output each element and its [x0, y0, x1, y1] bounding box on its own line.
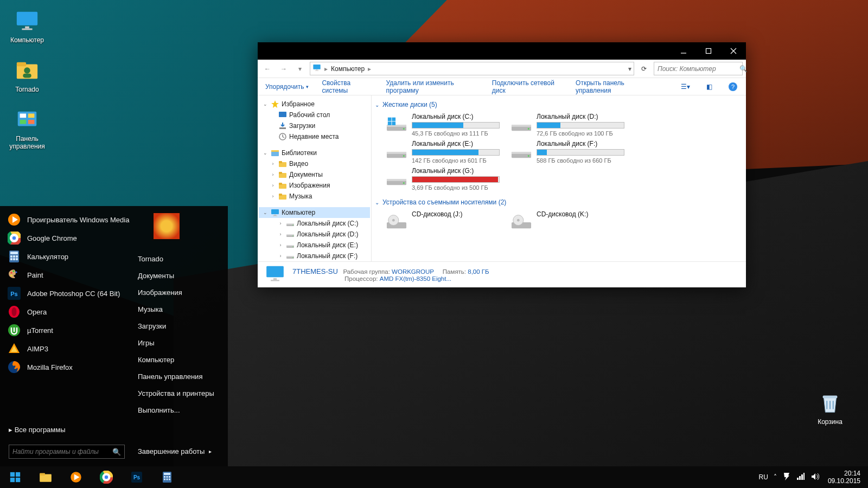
toolbar-sysprops[interactable]: Свойства системы [322, 79, 373, 94]
startmenu-app-calc[interactable]: Калькулятор [3, 247, 130, 266]
startmenu-app-label: Adobe Photoshop CC (64 Bit) [27, 290, 120, 298]
breadcrumb-computer[interactable]: Компьютер [331, 65, 365, 73]
startmenu-place-3[interactable]: Музыка [130, 301, 228, 318]
startmenu-app-photoshop[interactable]: PsAdobe Photoshop CC (64 Bit) [3, 284, 130, 303]
startmenu-app-aimp3[interactable]: AIMP3 [3, 339, 130, 358]
svg-rect-126 [169, 476, 170, 478]
folder-icon [278, 181, 287, 190]
tree-drive-item[interactable]: ›Локальный диск (C:) [259, 218, 370, 229]
desktop-icon-recycle[interactable]: Корзина [808, 390, 852, 426]
nav-recent-dropdown[interactable]: ▾ [293, 62, 307, 75]
tree-lib-item[interactable]: ›Документы [259, 169, 370, 180]
help-icon[interactable]: ? [727, 81, 738, 93]
tree-drive-item[interactable]: ›Локальный диск (E:) [259, 240, 370, 251]
startmenu-place-6[interactable]: Компьютер [130, 351, 228, 368]
desktop-icon-cpl[interactable]: Панель управления [5, 107, 49, 150]
action-center-icon[interactable] [782, 472, 791, 483]
svg-rect-26 [13, 258, 15, 260]
preview-pane-icon[interactable]: ◧ [704, 81, 714, 93]
all-programs[interactable]: ▸ Все программы [3, 418, 130, 441]
svg-rect-105 [271, 280, 279, 281]
optical-drive-item[interactable]: CD-дисковод (J:) [386, 210, 500, 230]
svg-rect-70 [286, 245, 294, 246]
start-search-input[interactable] [12, 448, 112, 455]
tree-fav-item[interactable]: Недавние места [259, 131, 370, 142]
startmenu-place-9[interactable]: Выполнить... [130, 402, 228, 419]
startmenu-place-5[interactable]: Игры [130, 335, 228, 351]
window-minimize[interactable] [671, 42, 696, 60]
group-removable[interactable]: ⌄Устройства со съемными носителями (2) [374, 196, 744, 208]
startmenu-place-4[interactable]: Загрузки [130, 318, 228, 335]
toolbar-uninstall[interactable]: Удалить или изменить программу [386, 79, 479, 94]
startmenu-place-8[interactable]: Устройства и принтеры [130, 385, 228, 402]
tree-libraries[interactable]: ⌄Библиотеки [259, 147, 370, 158]
volume-icon[interactable] [810, 472, 819, 483]
tree-drive-item[interactable]: ›Локальный диск (D:) [259, 229, 370, 240]
tree-fav-item[interactable]: Рабочий стол [259, 110, 370, 120]
tray-chevron-icon[interactable]: ˄ [774, 473, 777, 481]
taskbar-calc[interactable] [152, 466, 182, 488]
tray-clock[interactable]: 20:14 09.10.2015 [825, 470, 864, 485]
tree-drive-item[interactable]: ›Локальный диск (F:) [259, 251, 370, 261]
hdd-icon [286, 241, 295, 249]
group-hdd[interactable]: ⌄Жесткие диски (5) [374, 99, 744, 111]
start-search[interactable]: 🔍 [9, 445, 125, 459]
drive-item[interactable]: Локальный диск (F:)588 ГБ свободно из 66… [510, 140, 624, 164]
tree-lib-item[interactable]: ›Изображения [259, 180, 370, 191]
tree-computer[interactable]: ⌄Компьютер [259, 207, 370, 218]
startmenu-app-wmp[interactable]: Проигрыватель Windows Media [3, 210, 130, 229]
view-options-icon[interactable]: ☰▾ [680, 81, 691, 93]
window-close[interactable] [721, 42, 746, 60]
startmenu-place-1[interactable]: Документы [130, 267, 228, 284]
address-dropdown[interactable]: ▾ [628, 65, 631, 73]
user-folder-icon [14, 57, 40, 84]
user-picture[interactable] [152, 211, 181, 241]
svg-rect-89 [387, 152, 406, 154]
svg-rect-57 [279, 183, 282, 185]
desktop-icon-computer[interactable]: Компьютер [5, 8, 49, 44]
toolbar-mapdrive[interactable]: Подключить сетевой диск [492, 79, 563, 94]
explorer-search[interactable]: 🔍 [654, 62, 743, 75]
drive-item[interactable]: Локальный диск (C:)45,3 ГБ свободно из 1… [386, 113, 500, 137]
svg-rect-27 [16, 258, 18, 260]
startmenu-app-firefox[interactable]: Mozilla Firefox [3, 358, 130, 376]
taskbar-explorer[interactable] [30, 466, 61, 488]
startmenu-place-2[interactable]: Изображения [130, 284, 228, 301]
taskbar-photoshop[interactable]: Ps [122, 466, 152, 488]
svg-point-30 [15, 271, 17, 273]
taskbar-wmp[interactable] [61, 466, 91, 488]
drive-item[interactable]: Локальный диск (G:)3,69 ГБ свободно из 5… [386, 167, 500, 191]
taskbar-chrome[interactable] [91, 466, 122, 488]
drive-name: Локальный диск (G:) [412, 167, 500, 175]
tree-favorites[interactable]: ⌄Избранное [259, 99, 370, 110]
drive-item[interactable]: Локальный диск (E:)142 ГБ свободно из 60… [386, 140, 500, 164]
toolbar-organize[interactable]: Упорядочить [265, 83, 309, 91]
nav-forward[interactable]: → [277, 62, 290, 75]
startmenu-app-utorrent[interactable]: µTorrent [3, 321, 130, 339]
window-titlebar[interactable] [258, 42, 746, 60]
toolbar-opencpl[interactable]: Открыть панель управления [576, 79, 654, 94]
network-icon[interactable] [796, 472, 805, 483]
startmenu-app-opera[interactable]: Opera [3, 303, 130, 321]
hdd-icon [386, 167, 407, 187]
start-button[interactable] [0, 466, 30, 488]
tree-lib-item[interactable]: ›Музыка [259, 191, 370, 202]
explorer-search-input[interactable] [658, 65, 739, 73]
startmenu-place-7[interactable]: Панель управления [130, 368, 228, 385]
lang-indicator[interactable]: RU [759, 473, 768, 481]
startmenu-place-0[interactable]: Tornado [130, 251, 228, 267]
optical-drive-item[interactable]: CD-дисковод (K:) [510, 210, 624, 230]
svg-point-74 [292, 257, 293, 258]
refresh-button[interactable]: ⟳ [637, 62, 650, 75]
nav-back[interactable]: ← [261, 62, 274, 75]
address-bar[interactable]: ▸ Компьютер ▸ ▾ [310, 62, 634, 75]
tree-lib-item[interactable]: ›Видео [259, 158, 370, 169]
window-maximize[interactable] [696, 42, 721, 60]
drive-item[interactable]: Локальный диск (D:)72,6 ГБ свободно из 1… [510, 113, 624, 137]
tree-fav-item[interactable]: Загрузки [259, 120, 370, 131]
startmenu-app-chrome[interactable]: Google Chrome [3, 229, 130, 247]
shutdown-button[interactable]: Завершение работы [130, 442, 228, 461]
explorer-window: ← → ▾ ▸ Компьютер ▸ ▾ ⟳ 🔍 Упорядочить Св… [258, 42, 746, 287]
startmenu-app-paint[interactable]: Paint [3, 266, 130, 284]
desktop-icon-user[interactable]: Tornado [5, 57, 49, 93]
